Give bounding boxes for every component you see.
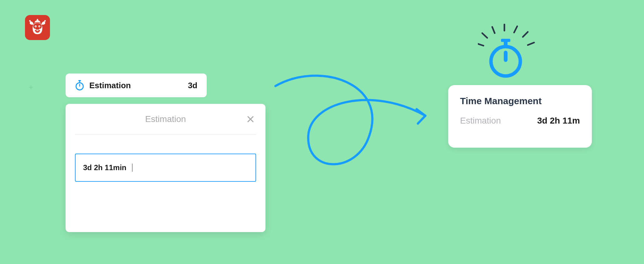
svg-rect-26 [504,51,508,62]
svg-point-6 [35,26,36,27]
svg-point-3 [33,23,42,30]
svg-line-22 [478,44,483,46]
svg-line-20 [523,32,528,37]
svg-line-21 [528,43,534,45]
time-management-card: Time Management Estimation 3d 2h 11m [448,85,592,148]
arrow-decor-icon [272,74,435,208]
svg-rect-23 [501,39,510,42]
estimation-label: Estimation [89,81,131,90]
stopwatch-large-icon [478,24,537,83]
stopwatch-icon [75,80,84,91]
close-button[interactable] [245,114,256,125]
estimation-editor-popup: Estimation 3d 2h 11min [66,104,265,232]
card-row: Estimation 3d 2h 11m [460,116,580,126]
card-title: Time Management [460,96,580,106]
svg-point-8 [34,29,36,30]
close-icon [246,115,255,124]
estimation-value: 3d [188,81,197,90]
estimation-input-value: 3d 2h 11min [83,163,126,172]
svg-point-0 [29,20,31,22]
svg-rect-10 [78,80,81,81]
svg-point-9 [39,29,41,30]
text-cursor [132,164,133,172]
plus-decor-icon: + [29,83,33,92]
app-logo [25,15,50,40]
svg-line-16 [482,33,487,38]
svg-rect-11 [79,81,80,82]
estimation-field-summary[interactable]: Estimation 3d [66,74,207,97]
editor-title: Estimation [145,114,186,124]
svg-line-17 [492,27,495,33]
estimation-input[interactable]: 3d 2h 11min [75,154,256,182]
svg-point-1 [44,20,46,22]
svg-line-19 [514,26,517,33]
svg-point-7 [39,26,40,27]
jester-icon [28,18,47,37]
svg-rect-13 [79,84,80,87]
editor-header: Estimation [66,104,265,135]
divider [75,135,256,135]
card-row-label: Estimation [460,116,501,126]
card-row-value: 3d 2h 11m [537,116,580,126]
svg-point-2 [37,19,38,20]
